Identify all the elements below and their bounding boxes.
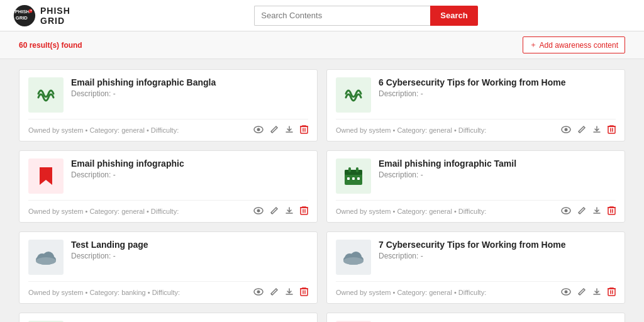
card-description: Description: -: [379, 170, 616, 179]
card-footer: Owned by system • Category: banking • Di…: [28, 281, 308, 303]
card-info: 7 Cybersecurity Tips for Working from Ho…: [379, 240, 616, 260]
card-meta: Owned by system • Category: general • Di…: [336, 126, 486, 134]
edit-icon[interactable]: [577, 287, 586, 298]
card-7: What is Smishing Description: - Owned by…: [19, 313, 318, 322]
card-thumbnail: [28, 158, 64, 194]
card-top: Email phishing infographic Description: …: [28, 158, 308, 200]
card-footer: Owned by system • Category: general • Di…: [336, 281, 616, 303]
card-1: Email phishing infographic Bangla Descri…: [19, 69, 318, 142]
card-info: Email phishing infographic Tamil Descrip…: [379, 158, 616, 179]
svg-rect-18: [347, 177, 350, 180]
card-title: Email phishing infographic Bangla: [71, 77, 308, 87]
edit-icon[interactable]: [577, 125, 586, 136]
card-info: Test Landing page Description: -: [71, 240, 308, 260]
svg-point-22: [565, 209, 568, 213]
header: PHISH GRID PHISH GRID Search: [0, 0, 644, 31]
download-icon[interactable]: [285, 125, 294, 136]
svg-rect-23: [608, 208, 615, 214]
delete-icon[interactable]: [608, 287, 616, 298]
svg-point-9: [565, 128, 568, 131]
card-top: Test Landing page Description: -: [28, 240, 308, 281]
card-meta: Owned by system • Category: general • Di…: [336, 208, 486, 215]
card-description: Description: -: [71, 252, 308, 260]
svg-point-36: [565, 291, 568, 294]
result-count-text: result(s) found: [30, 41, 82, 50]
card-3: Email phishing infographic Description: …: [19, 150, 318, 223]
card-5: Test Landing page Description: - Owned b…: [19, 231, 318, 304]
card-8: How to Not Get Duped by Phishers Descrip…: [326, 313, 625, 322]
svg-rect-19: [352, 177, 355, 180]
delete-icon[interactable]: [300, 287, 308, 298]
edit-icon[interactable]: [270, 206, 279, 217]
card-title: 7 Cybersecurity Tips for Working from Ho…: [379, 240, 616, 250]
result-count-number: 60: [19, 41, 27, 50]
logo-icon: PHISH GRID: [13, 4, 36, 28]
download-icon[interactable]: [592, 125, 601, 136]
card-actions: [253, 206, 308, 217]
subheader: 60 result(s) found ＋ Add awareness conte…: [0, 31, 644, 59]
card-thumbnail: [336, 158, 371, 194]
svg-rect-30: [301, 289, 308, 296]
result-count: 60 result(s) found: [19, 41, 82, 50]
card-thumbnail: [336, 77, 371, 113]
card-4: Email phishing infographic Tamil Descrip…: [326, 150, 625, 223]
card-info: Email phishing infographic Description: …: [71, 158, 308, 179]
card-footer: Owned by system • Category: general • Di…: [28, 119, 308, 141]
delete-icon[interactable]: [608, 125, 616, 136]
svg-rect-10: [608, 126, 615, 133]
card-info: Email phishing infographic Bangla Descri…: [71, 77, 308, 98]
svg-point-34: [343, 257, 364, 265]
content-area: Email phishing infographic Bangla Descri…: [0, 59, 644, 322]
svg-rect-16: [348, 167, 351, 172]
svg-point-27: [36, 257, 56, 265]
svg-point-4: [31, 9, 32, 11]
card-description: Description: -: [379, 89, 616, 98]
edit-icon[interactable]: [270, 287, 279, 298]
delete-icon[interactable]: [300, 206, 308, 217]
card-title: Email phishing infographic Tamil: [379, 158, 616, 169]
card-top: 6 Cybersecurity Tips for Working from Ho…: [336, 77, 616, 119]
delete-icon[interactable]: [608, 206, 616, 217]
download-icon[interactable]: [592, 287, 601, 298]
view-icon[interactable]: [561, 206, 571, 216]
card-meta: Owned by system • Category: banking • Di…: [28, 289, 180, 296]
card-thumbnail: [336, 240, 371, 275]
svg-rect-15: [345, 170, 362, 175]
card-footer: Owned by system • Category: general • Di…: [336, 200, 616, 222]
add-button-label: Add awareness content: [540, 41, 618, 50]
svg-point-3: [29, 9, 33, 13]
search-button[interactable]: Search: [430, 6, 477, 26]
download-icon[interactable]: [285, 206, 294, 217]
add-awareness-button[interactable]: ＋ Add awareness content: [523, 36, 625, 53]
card-meta: Owned by system • Category: general • Di…: [336, 289, 486, 296]
view-icon[interactable]: [253, 125, 264, 135]
card-6: 7 Cybersecurity Tips for Working from Ho…: [326, 231, 625, 304]
svg-rect-13: [301, 208, 308, 214]
cards-grid: Email phishing infographic Bangla Descri…: [19, 69, 625, 322]
card-title: Email phishing infographic: [71, 158, 308, 169]
download-icon[interactable]: [592, 206, 601, 217]
card-actions: [253, 287, 308, 298]
plus-icon: ＋: [530, 40, 537, 50]
search-input[interactable]: [254, 6, 430, 26]
view-icon[interactable]: [253, 206, 264, 216]
card-actions: [253, 125, 308, 136]
view-icon[interactable]: [561, 125, 571, 135]
download-icon[interactable]: [285, 287, 294, 298]
delete-icon[interactable]: [300, 125, 308, 136]
view-icon[interactable]: [253, 287, 264, 297]
card-footer: Owned by system • Category: general • Di…: [28, 200, 308, 222]
card-thumbnail: [28, 240, 64, 275]
card-meta: Owned by system • Category: general • Di…: [28, 126, 179, 134]
card-meta: Owned by system • Category: general • Di…: [28, 208, 179, 215]
edit-icon[interactable]: [577, 206, 586, 217]
view-icon[interactable]: [561, 287, 571, 297]
card-2: 6 Cybersecurity Tips for Working from Ho…: [326, 69, 625, 142]
edit-icon[interactable]: [270, 125, 279, 136]
svg-point-29: [257, 291, 260, 294]
card-top: Email phishing infographic Bangla Descri…: [28, 77, 308, 119]
card-actions: [561, 206, 616, 217]
logo: PHISH GRID PHISH GRID: [13, 4, 101, 28]
card-actions: [561, 125, 616, 136]
card-top: Email phishing infographic Tamil Descrip…: [336, 158, 616, 200]
